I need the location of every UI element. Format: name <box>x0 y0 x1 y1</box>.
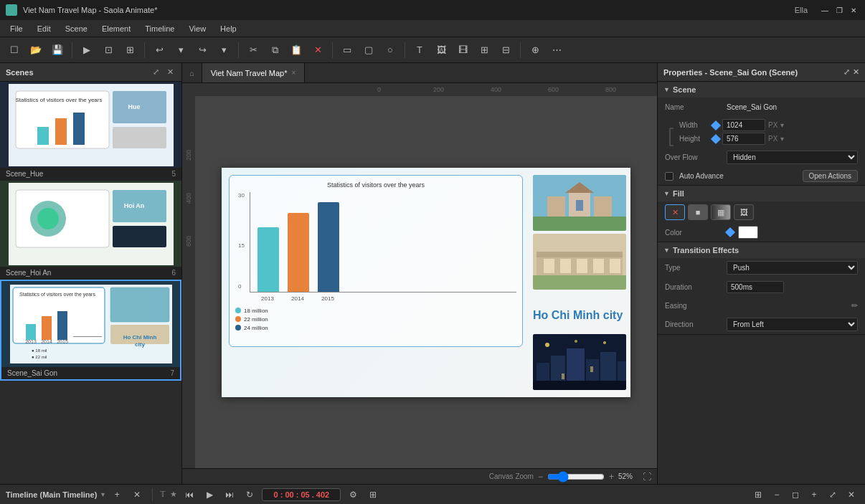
go-end-button[interactable]: ⏭ <box>222 487 237 503</box>
timeline-dropdown[interactable]: ▾ <box>101 490 105 498</box>
canvas-wrapper[interactable]: 0 200 400 600 800 1000 200 400 600 <box>182 83 657 468</box>
color-swatch[interactable] <box>738 226 758 239</box>
zoom-out-button[interactable]: − <box>538 472 543 482</box>
shape-more-button[interactable]: ⊕ <box>525 40 545 60</box>
scripting-icon[interactable]: 𝕋 <box>160 490 166 499</box>
bookmark-icon[interactable]: ★ <box>170 490 177 499</box>
close-button[interactable]: ✕ <box>848 4 859 16</box>
props-close-button[interactable]: ✕ <box>853 67 859 77</box>
scene-section-header[interactable]: ▼ Scene <box>658 82 865 98</box>
props-expand-button[interactable]: ⤢ <box>843 67 850 77</box>
ellipse-button[interactable]: ○ <box>380 40 400 60</box>
redo-dropdown[interactable]: ▾ <box>214 40 234 60</box>
menu-view[interactable]: View <box>181 23 213 34</box>
fill-none-button[interactable]: ✕ <box>665 204 685 220</box>
open-actions-button[interactable]: Open Actions <box>803 170 858 182</box>
rounded-rect-button[interactable]: ▢ <box>359 40 379 60</box>
go-start-button[interactable]: ⏮ <box>181 487 197 503</box>
zoom-out-tl[interactable]: − <box>769 487 785 503</box>
scene-item-hue[interactable]: Statistics of visitors over the years Hu… <box>0 82 181 181</box>
easing-edit-button[interactable]: ✏ <box>851 301 858 310</box>
slide-photo-palace <box>533 234 626 290</box>
sprite-button[interactable]: ⊟ <box>496 40 516 60</box>
menu-scene[interactable]: Scene <box>58 23 95 34</box>
svg-text:Statistics of visitors over th: Statistics of visitors over the years <box>19 292 95 298</box>
play-preview-button[interactable]: ▶ <box>77 40 97 60</box>
menu-edit[interactable]: Edit <box>30 23 58 34</box>
save-button[interactable]: 💾 <box>47 40 67 60</box>
color-label: Color <box>665 229 722 237</box>
settings-button[interactable]: ⚙ <box>345 487 361 503</box>
chart-bars <box>250 192 516 293</box>
expand-tl[interactable]: ⤢ <box>825 487 841 503</box>
widget-button[interactable]: ⊞ <box>474 40 494 60</box>
height-input[interactable] <box>722 133 765 145</box>
video-button[interactable]: 🎞 <box>453 40 473 60</box>
scenes-close-button[interactable]: ✕ <box>164 67 176 78</box>
timeline-add-button[interactable]: + <box>109 487 125 503</box>
image-button[interactable]: 🖼 <box>431 40 451 60</box>
copy-button[interactable]: ⧉ <box>265 40 285 60</box>
delete-button[interactable]: ✕ <box>308 40 328 60</box>
type-label: Type <box>665 264 722 272</box>
scenes-expand-button[interactable]: ⤢ <box>150 67 161 78</box>
menu-help[interactable]: Help <box>213 23 244 34</box>
fill-image-button[interactable]: 🖼 <box>734 204 754 220</box>
scene-item-hoian[interactable]: Hoi An Scene_Hoi An 6 <box>0 181 181 280</box>
ruler-vertical: 200 400 600 <box>182 96 195 468</box>
open-button[interactable]: 📂 <box>26 40 46 60</box>
timeline-close-button[interactable]: ✕ <box>129 487 145 503</box>
fill-gradient-button[interactable]: ▦ <box>711 204 731 220</box>
time-display: 0 : 00 : 05 . 402 <box>262 488 341 501</box>
undo-button[interactable]: ↩ <box>149 40 169 60</box>
fullscreen-button[interactable]: ⛶ <box>643 472 651 482</box>
menu-file[interactable]: File <box>3 23 30 34</box>
zoom-slider[interactable] <box>547 471 605 482</box>
new-button[interactable]: ☐ <box>4 40 24 60</box>
tab-close-button[interactable]: × <box>291 69 296 77</box>
minimize-button[interactable]: — <box>819 4 831 16</box>
loop-button[interactable]: ↻ <box>242 487 257 503</box>
duration-input[interactable] <box>727 281 784 293</box>
play-button[interactable]: ▶ <box>202 487 217 503</box>
slide-canvas[interactable]: ✕ Statistics of visitors over the years <box>222 168 630 397</box>
zoom-fit-tl[interactable]: ◻ <box>788 487 803 503</box>
rect-button[interactable]: ▭ <box>337 40 357 60</box>
width-input[interactable] <box>722 119 765 131</box>
canvas-area: ⌂ Viet Nam Travel Map* × 0 200 400 600 8… <box>182 63 657 484</box>
redo-button[interactable]: ↪ <box>192 40 212 60</box>
menu-timeline[interactable]: Timeline <box>138 23 181 34</box>
export-button[interactable]: ⊞ <box>120 40 140 60</box>
legend-item-22: 22 million <box>235 316 516 323</box>
zoom-in-button[interactable]: + <box>609 472 614 482</box>
close-tl[interactable]: ✕ <box>843 487 859 503</box>
type-select[interactable]: Push Fade Slide <box>727 261 858 275</box>
window-controls: — ❐ ✕ <box>819 4 859 16</box>
grid-button[interactable]: ⊞ <box>750 487 766 503</box>
main-tab[interactable]: Viet Nam Travel Map* × <box>202 63 306 82</box>
home-tab[interactable]: ⌂ <box>182 63 202 82</box>
overflow-select[interactable]: Hidden Visible <box>727 151 858 164</box>
paste-button[interactable]: 📋 <box>286 40 306 60</box>
fill-solid-button[interactable]: ■ <box>688 204 708 220</box>
snapping-button[interactable]: ⊞ <box>365 487 381 503</box>
menu-element[interactable]: Element <box>95 23 138 34</box>
undo-dropdown[interactable]: ▾ <box>171 40 191 60</box>
toolbar-sep-2 <box>144 42 145 58</box>
svg-rect-47 <box>610 259 620 273</box>
height-dropdown[interactable]: ▾ <box>780 135 784 143</box>
fill-section-arrow: ▼ <box>663 190 670 197</box>
more-button[interactable]: ⋯ <box>547 40 567 60</box>
maximize-button[interactable]: ❐ <box>833 4 845 16</box>
transition-section-header[interactable]: ▼ Transition Effects <box>658 242 865 258</box>
scene-item-saigon[interactable]: Statistics of visitors over the years 20… <box>0 280 181 381</box>
preview-button[interactable]: ⊡ <box>98 40 118 60</box>
scenes-list: Statistics of visitors over the years Hu… <box>0 82 181 484</box>
cut-button[interactable]: ✂ <box>243 40 263 60</box>
direction-select[interactable]: From Left From Right From Top From Botto… <box>727 318 858 331</box>
auto-advance-checkbox[interactable] <box>665 172 673 181</box>
zoom-in-tl[interactable]: + <box>806 487 822 503</box>
text-button[interactable]: T <box>410 40 430 60</box>
width-dropdown[interactable]: ▾ <box>780 121 784 129</box>
fill-section-header[interactable]: ▼ Fill <box>658 186 865 201</box>
